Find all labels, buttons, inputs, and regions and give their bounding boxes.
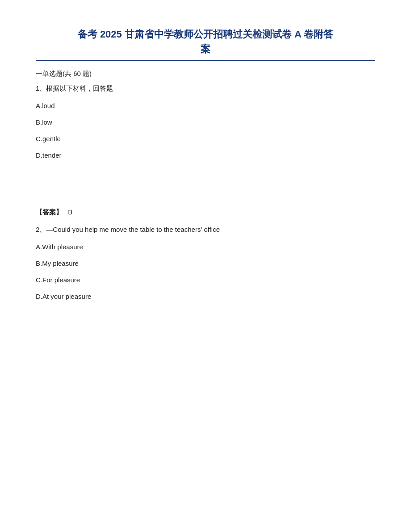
- title-divider: [36, 60, 375, 61]
- answer-1-block: 【答案】 B: [36, 208, 375, 217]
- answer-1-value: B: [68, 208, 72, 216]
- question-1-block: 1、根据以下材料，回答题 A.loud B.low C.gentle D.ten…: [36, 84, 375, 159]
- section-header: 一单选题(共 60 题): [36, 70, 375, 78]
- question-2-option-d: D.At your pleasure: [36, 293, 375, 300]
- page-container: 备考 2025 甘肃省中学教师公开招聘过关检测试卷 A 卷附答 案 一单选题(共…: [0, 0, 411, 532]
- question-1-option-d: D.tender: [36, 151, 375, 159]
- question-2-block: 2、—Could you help me move the table to t…: [36, 226, 375, 300]
- question-1-option-a: A.loud: [36, 102, 375, 109]
- question-2-option-c: C.For pleasure: [36, 276, 375, 284]
- answer-1-label: 【答案】: [36, 208, 63, 216]
- title-line2: 案: [36, 42, 375, 56]
- question-1-option-b: B.low: [36, 118, 375, 126]
- page-title: 备考 2025 甘肃省中学教师公开招聘过关检测试卷 A 卷附答 案: [36, 27, 375, 56]
- title-line1: 备考 2025 甘肃省中学教师公开招聘过关检测试卷 A 卷附答: [36, 27, 375, 42]
- question-2-stem: 2、—Could you help me move the table to t…: [36, 226, 375, 234]
- spacer-1: [36, 168, 375, 195]
- question-1-option-c: C.gentle: [36, 135, 375, 142]
- question-2-option-b: B.My pleasure: [36, 260, 375, 267]
- question-1-stem: 1、根据以下材料，回答题: [36, 84, 375, 93]
- question-2-option-a: A.With pleasure: [36, 243, 375, 251]
